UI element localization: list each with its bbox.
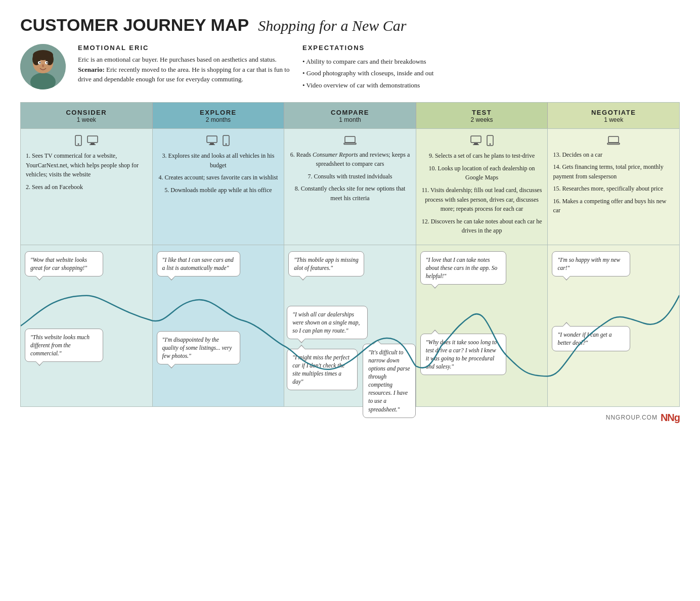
persona-name: EMOTIONAL ERIC: [78, 44, 290, 52]
phase-content-row: 1. Sees TV commerical for a website, You…: [21, 128, 679, 245]
title-italic: Shopping for a New Car: [258, 17, 406, 34]
phase-col-consider: 1. Sees TV commerical for a website, You…: [21, 129, 153, 245]
svg-point-10: [42, 64, 44, 67]
phase-header-test: TEST 2 weeks: [416, 103, 548, 128]
page-title: CUSTOMER JOURNEY MAP Shopping for a New …: [20, 15, 680, 35]
bubble-negotiate-1: "I'm so happy with my new car!": [552, 251, 630, 276]
persona-info: EMOTIONAL ERIC Eric is an emotional car …: [78, 44, 290, 84]
emotion-col-compare: "This mobile app is missing alot of feat…: [284, 245, 416, 406]
svg-point-28: [489, 144, 491, 145]
avatar: [20, 44, 66, 89]
nn-logo: NNg: [661, 412, 680, 424]
laptop-icon-2: [607, 136, 620, 145]
bubble-explore-1: "I like that I can save cars and a list …: [157, 251, 240, 276]
desktop-icon-2: [206, 135, 217, 146]
journey-map: CONSIDER 1 week EXPLORE 2 months COMPARE…: [20, 102, 680, 407]
page-wrapper: CUSTOMER JOURNEY MAP Shopping for a New …: [20, 15, 680, 424]
emotion-col-negotiate: "I'm so happy with my new car!" "I wonde…: [548, 245, 679, 406]
phase-col-test: 9. Selects a set of cars he plans to tes…: [416, 129, 548, 245]
phone-icon: [75, 135, 82, 146]
phase-header-negotiate: NEGOTIATE 1 week: [548, 103, 679, 128]
phase-col-explore: 3. Explores site and looks at all vehicl…: [153, 129, 285, 245]
svg-rect-11: [34, 75, 52, 85]
desktop-icon-3: [470, 135, 482, 146]
bubble-negotiate-2: "I wonder if I can get a better deal?": [552, 326, 630, 351]
emotion-row: "Wow that website looks great for car sh…: [21, 245, 679, 406]
svg-rect-24: [471, 136, 481, 143]
bubble-consider-1: "Wow that website looks great for car sh…: [25, 251, 103, 276]
steps-explore: 3. Explores site and looks at all vehicl…: [158, 151, 279, 195]
bubble-test-2: "Why does it take sooo long to test driv…: [420, 334, 506, 375]
bubble-explore-2: "I'm disappointed by the quality of some…: [157, 331, 240, 364]
bubble-compare-1: "This mobile app is missing alot of feat…: [288, 251, 364, 276]
svg-rect-23: [344, 143, 356, 145]
svg-rect-19: [209, 145, 215, 146]
svg-rect-26: [473, 145, 479, 146]
svg-rect-30: [607, 143, 620, 145]
expectations-list: Ability to compare cars and their breakd…: [302, 56, 680, 91]
phase-header-consider: CONSIDER 1 week: [21, 103, 153, 128]
footer-site: NNGROUP.COM: [606, 414, 658, 421]
persona-section: EMOTIONAL ERIC Eric is an emotional car …: [20, 44, 680, 91]
expectations-section: EXPECTATIONS Ability to compare cars and…: [302, 44, 680, 91]
device-icons-consider: [26, 135, 147, 146]
svg-rect-14: [88, 136, 98, 143]
expectations-title: EXPECTATIONS: [302, 44, 680, 52]
bubble-compare-3: "I might miss the perfect car if I don't…: [287, 349, 358, 390]
device-icons-explore: [158, 135, 279, 146]
phase-header-compare: COMPARE 1 month: [284, 103, 416, 128]
device-icons-negotiate: [553, 135, 674, 145]
emotion-col-explore: "I like that I can save cars and a list …: [153, 245, 285, 406]
svg-point-13: [77, 144, 79, 145]
emotion-col-test: "I love that I can take notes about thes…: [416, 245, 548, 406]
desktop-icon: [87, 135, 98, 146]
steps-compare: 6. Reads Consumer Reports 6. Reads Consu…: [289, 150, 411, 203]
bubble-test-1: "I love that I can take notes about thes…: [420, 251, 506, 285]
svg-rect-16: [90, 145, 96, 146]
laptop-icon: [343, 136, 357, 145]
phone-icon-2: [223, 135, 230, 146]
bubble-compare-2: "I wish all car dealerships were shown o…: [287, 306, 368, 339]
expectation-item: Video overview of car with demonstration…: [302, 79, 680, 91]
svg-point-21: [226, 144, 227, 145]
steps-test: 9. Selects a set of cars he plans to tes…: [421, 151, 543, 236]
steps-negotiate: 13. Decides on a car 14. Gets financing …: [553, 150, 674, 216]
device-icons-test: [421, 135, 543, 146]
title-bold: CUSTOMER JOURNEY MAP: [20, 15, 249, 34]
svg-point-9: [47, 62, 48, 64]
phase-headers: CONSIDER 1 week EXPLORE 2 months COMPARE…: [21, 103, 679, 128]
svg-rect-22: [345, 136, 355, 143]
svg-point-8: [39, 62, 41, 64]
phase-col-compare: 6. Reads Consumer Reports 6. Reads Consu…: [284, 129, 416, 245]
svg-rect-29: [608, 136, 619, 143]
phase-header-explore: EXPLORE 2 months: [153, 103, 285, 128]
bubble-compare-4: "It's difficult to narrow down options a…: [363, 344, 416, 418]
footer: NNGROUP.COM NNg: [20, 412, 680, 424]
persona-description: Eric is an emotional car buyer. He purch…: [78, 55, 290, 84]
steps-consider: 1. Sees TV commerical for a website, You…: [26, 151, 147, 192]
expectation-item: Good photography with closeups, inside a…: [302, 67, 680, 79]
phone-icon-3: [487, 135, 494, 146]
device-icons-compare: [289, 135, 411, 145]
phase-col-negotiate: 13. Decides on a car 14. Gets financing …: [548, 129, 679, 245]
svg-rect-17: [207, 136, 217, 143]
emotion-col-consider: "Wow that website looks great for car sh…: [21, 245, 153, 406]
bubble-consider-2: "This website looks much different from …: [25, 329, 103, 362]
expectation-item: Ability to compare cars and their breakd…: [302, 56, 680, 67]
